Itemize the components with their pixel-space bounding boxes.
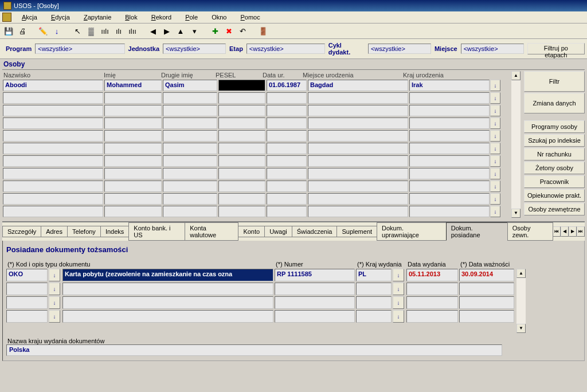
prev-icon[interactable]: ◀ [147, 25, 159, 37]
scroll-up-icon[interactable]: ▲ [511, 71, 521, 80]
cell-miejsce[interactable] [308, 92, 408, 104]
kraj-lookup-button[interactable]: ↓ [393, 283, 404, 295]
cell-dataur[interactable]: 01.06.1987 [267, 80, 307, 91]
cell-miejsce[interactable] [308, 206, 408, 217]
doc-numer-empty[interactable] [275, 296, 355, 309]
tab-telefony[interactable]: Telefony [67, 226, 101, 237]
cell-nazwisko[interactable] [3, 92, 103, 104]
menu-akcja[interactable]: Akcja [16, 13, 43, 22]
cell-imie[interactable] [104, 155, 162, 167]
table-row[interactable]: ↓ [2, 130, 510, 142]
kod-lookup-button[interactable]: ↓ [49, 283, 60, 295]
doc-kraj[interactable]: PL [356, 269, 392, 281]
cell-kraj[interactable] [409, 130, 490, 142]
cell-imie[interactable] [104, 130, 162, 142]
doc-opis-empty[interactable] [62, 283, 273, 295]
cell-kraj[interactable] [409, 181, 490, 192]
down-icon[interactable]: ↓ [50, 25, 63, 37]
tab-scroll-next-icon[interactable]: ▶ [569, 226, 577, 237]
row-lookup-button[interactable]: ↓ [490, 130, 500, 142]
doc-data-wyd-empty[interactable] [406, 310, 458, 323]
cell-imie[interactable]: Mohammed [104, 80, 162, 91]
cell-pesel[interactable] [218, 80, 265, 91]
table-row[interactable]: ↓ [2, 92, 510, 104]
table-row[interactable]: ↓ [2, 180, 510, 193]
cell-imie[interactable] [104, 168, 162, 179]
row-lookup-button[interactable]: ↓ [490, 92, 500, 104]
rachunek-button[interactable]: Nr rachunku [524, 148, 585, 160]
cell-miejsce[interactable] [308, 155, 408, 167]
doc-data-waz-empty[interactable] [459, 283, 514, 295]
cell-pesel[interactable] [218, 92, 265, 104]
cell-imie[interactable] [104, 92, 162, 104]
chart3-icon[interactable]: ılı [112, 25, 125, 37]
scroll-down-icon[interactable]: ▼ [516, 324, 526, 333]
doc-scrollbar[interactable]: ▲ ▼ [516, 269, 526, 333]
tab-scroll-last-icon[interactable]: ⏭ [577, 226, 585, 237]
cell-nazwisko[interactable]: Aboodi [3, 80, 103, 91]
tab-konto-bank-i-us[interactable]: Konto bank. i US [128, 222, 185, 241]
menu-pole[interactable]: Pole [179, 13, 204, 22]
cell-miejsce[interactable] [308, 117, 408, 129]
opiekunowie-button[interactable]: Opiekunowie prakt. [524, 189, 585, 202]
kod-lookup-button[interactable]: ↓ [49, 296, 60, 309]
cell-pesel[interactable] [218, 206, 265, 217]
cell-kraj[interactable] [409, 143, 490, 154]
tab-dokum-uprawniaj-ce[interactable]: Dokum. uprawniające [377, 222, 447, 241]
edit-icon[interactable]: ✏️ [37, 25, 49, 37]
cell-nazwisko[interactable] [3, 117, 103, 129]
cell-drugie[interactable] [163, 206, 217, 217]
cell-drugie[interactable] [163, 117, 217, 129]
etap-value[interactable]: <wszystkie> [246, 44, 325, 54]
cell-miejsce[interactable] [308, 130, 408, 142]
table-row[interactable]: ↓ [2, 193, 510, 205]
doc-data-wyd-empty[interactable] [406, 283, 458, 295]
table-row[interactable]: ↓ [2, 104, 510, 117]
grid-scrollbar[interactable]: ▲ ▼ [511, 71, 521, 218]
tab-adres[interactable]: Adres [41, 226, 68, 237]
doc-kraj-empty[interactable] [356, 310, 392, 323]
cell-dataur[interactable] [267, 206, 307, 217]
menu-zapytanie[interactable]: Zapytanie [78, 13, 117, 22]
tab-indeks[interactable]: Indeks [100, 226, 129, 237]
cell-imie[interactable] [104, 193, 162, 205]
cell-nazwisko[interactable] [3, 143, 103, 154]
cell-dataur[interactable] [267, 117, 307, 129]
cell-dataur[interactable] [267, 143, 307, 154]
row-lookup-button[interactable]: ↓ [490, 105, 500, 116]
cell-pesel[interactable] [218, 155, 265, 167]
doc-opis-empty[interactable] [62, 310, 273, 323]
table-row[interactable]: ↓ [2, 117, 510, 130]
doc-kod-empty[interactable] [6, 310, 48, 323]
exit-icon[interactable]: 🚪 [257, 25, 269, 37]
cell-drugie[interactable]: Qasim [163, 80, 217, 91]
doc-data-waz-empty[interactable] [459, 296, 514, 309]
cell-kraj[interactable] [409, 92, 490, 104]
cell-pesel[interactable] [218, 117, 265, 129]
zetony-button[interactable]: Żetony osoby [524, 162, 585, 174]
cell-nazwisko[interactable] [3, 193, 103, 205]
doc-kod[interactable]: OKO [6, 269, 48, 281]
cell-nazwisko[interactable] [3, 168, 103, 179]
kraj-lookup-button[interactable]: ↓ [393, 296, 404, 309]
cell-imie[interactable] [104, 117, 162, 129]
undo-icon[interactable]: ↶ [236, 25, 249, 37]
table-row[interactable]: ↓ [2, 155, 510, 167]
cell-dataur[interactable] [267, 105, 307, 116]
tab-uwagi[interactable]: Uwagi [264, 226, 292, 237]
doc-kod-empty[interactable] [6, 296, 48, 309]
doc-kraj-empty[interactable] [356, 296, 392, 309]
cell-drugie[interactable] [163, 155, 217, 167]
table-row[interactable]: ↓ [2, 142, 510, 155]
row-lookup-button[interactable]: ↓ [490, 193, 500, 205]
next-icon[interactable]: ▶ [161, 25, 173, 37]
cell-nazwisko[interactable] [3, 130, 103, 142]
row-lookup-button[interactable]: ↓ [490, 206, 500, 217]
up-icon[interactable]: ▲ [174, 25, 187, 37]
cell-nazwisko[interactable] [3, 181, 103, 192]
cell-pesel[interactable] [218, 168, 265, 179]
tab-scroll-first-icon[interactable]: ⏮ [553, 226, 561, 237]
table-row[interactable]: AboodiMohammedQasim01.06.1987BagdadIrak↓ [2, 79, 510, 92]
chart1-icon[interactable]: ▓ [85, 25, 97, 37]
menu-edycja[interactable]: Edycja [45, 13, 76, 22]
